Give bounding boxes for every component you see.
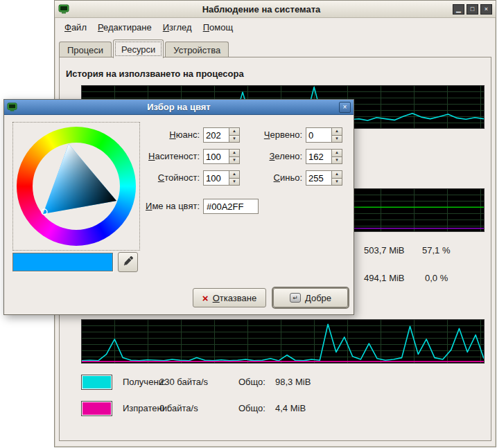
sent-rate: 0 байта/s — [159, 401, 198, 416]
tab-bar: Процеси Ресурси Устройства — [59, 39, 491, 57]
menu-file[interactable]: Файл — [59, 20, 92, 35]
saturation-value-triangle[interactable] — [17, 127, 136, 246]
green-label: Зелено: — [233, 149, 302, 164]
maximize-button[interactable]: □ — [467, 4, 478, 15]
received-color-swatch[interactable] — [81, 375, 112, 390]
received-total: 98,3 MiB — [275, 375, 311, 390]
tab-resources[interactable]: Ресурси — [113, 39, 164, 58]
green-up-arrow[interactable]: ▲ — [331, 149, 342, 157]
red-down-arrow[interactable]: ▼ — [331, 136, 342, 143]
dialog-titlebar[interactable]: Избор на цвят × — [4, 100, 354, 115]
menubar: Файл Редактиране Изглед Помощ — [55, 18, 496, 36]
ok-icon: ↵ — [290, 293, 301, 303]
eyedropper-icon — [123, 256, 134, 269]
dialog-title: Избор на цвят — [21, 102, 337, 112]
tab-devices[interactable]: Устройства — [165, 42, 229, 57]
swap-percent-value: 0,0 % — [425, 273, 448, 283]
red-spinner: ▲ ▼ — [306, 127, 342, 143]
tab-processes[interactable]: Процеси — [59, 42, 112, 57]
system-monitor-icon — [58, 3, 69, 15]
blue-down-arrow[interactable]: ▼ — [331, 179, 342, 186]
cancel-icon: × — [202, 293, 209, 303]
hue-label: Нюанс: — [130, 127, 200, 143]
received-total-label: Общо: — [238, 375, 265, 390]
eyedropper-button[interactable] — [118, 252, 138, 272]
close-button[interactable]: × — [480, 4, 492, 15]
value-input[interactable] — [203, 170, 229, 186]
swap-total-value: 494,1 MiB — [364, 273, 405, 283]
main-titlebar[interactable]: Наблюдение на системата ▁ □ × — [55, 1, 496, 18]
red-label: Червено: — [233, 127, 302, 143]
menu-view[interactable]: Изглед — [157, 20, 198, 35]
menu-edit[interactable]: Редактиране — [92, 20, 157, 35]
color-picker-dialog: Избор на цвят × — [3, 99, 354, 315]
sent-total-label: Общо: — [238, 401, 265, 416]
green-down-arrow[interactable]: ▼ — [331, 157, 342, 165]
saturation-input[interactable] — [203, 149, 229, 164]
saturation-label: Наситеност: — [130, 149, 200, 164]
color-name-label: Име на цвят: — [130, 199, 200, 214]
dialog-close-button[interactable]: × — [339, 102, 351, 113]
network-received-row: Получени: 230 байта/s Общо: 98,3 MiB — [60, 375, 491, 390]
sent-total: 4,4 MiB — [275, 401, 306, 416]
blue-label: Синьо: — [233, 170, 302, 186]
memory-percent-value: 57,1 % — [422, 245, 450, 256]
hue-input[interactable] — [203, 127, 229, 143]
red-input[interactable] — [306, 127, 331, 143]
minimize-button[interactable]: ▁ — [453, 4, 464, 15]
network-sent-row: Изпратени: 0 байта/s Общо: 4,4 MiB — [60, 401, 491, 416]
green-input[interactable] — [306, 149, 331, 164]
color-wheel-widget[interactable] — [12, 122, 140, 251]
current-color-preview — [12, 253, 113, 271]
color-name-input[interactable] — [203, 199, 259, 214]
ok-button[interactable]: ↵ Добре — [273, 288, 348, 307]
received-rate: 230 байта/s — [159, 375, 208, 390]
blue-spinner: ▲ ▼ — [306, 170, 342, 186]
red-up-arrow[interactable]: ▲ — [331, 127, 342, 136]
cancel-button[interactable]: × Отказване — [193, 288, 266, 307]
green-spinner: ▲ ▼ — [306, 149, 342, 164]
value-label: Стойност: — [130, 170, 200, 186]
menu-help[interactable]: Помощ — [198, 20, 238, 35]
blue-input[interactable] — [306, 170, 331, 186]
sent-color-swatch[interactable] — [81, 401, 112, 416]
cpu-history-heading: История на използването на процесора — [66, 69, 244, 79]
blue-up-arrow[interactable]: ▲ — [331, 170, 342, 179]
network-history-chart — [81, 319, 485, 364]
main-window-title: Наблюдение на системата — [76, 4, 447, 15]
memory-total-value: 503,7 MiB — [364, 245, 405, 256]
dialog-icon — [7, 102, 18, 113]
